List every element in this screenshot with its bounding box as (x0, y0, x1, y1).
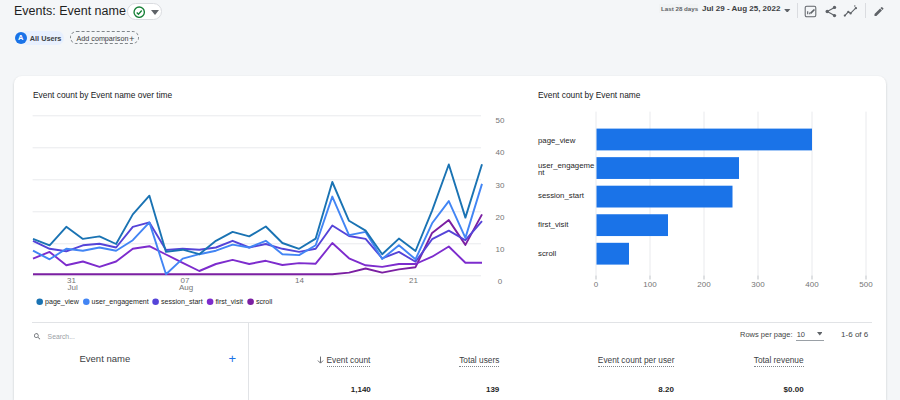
svg-text:first_visit: first_visit (215, 298, 243, 306)
svg-text:21: 21 (409, 276, 418, 285)
svg-text:nt: nt (538, 168, 545, 177)
svg-text:page_view: page_view (538, 136, 576, 145)
svg-text:user_engageme: user_engageme (538, 161, 594, 170)
svg-text:user_engagement: user_engagement (92, 298, 149, 306)
svg-text:10: 10 (496, 245, 505, 254)
svg-text:0: 0 (498, 277, 503, 286)
svg-text:0: 0 (594, 280, 599, 289)
svg-text:20: 20 (496, 213, 505, 222)
svg-text:scroll: scroll (256, 298, 273, 306)
svg-text:300: 300 (751, 280, 765, 289)
svg-text:Jul: Jul (67, 283, 77, 292)
svg-text:page_view: page_view (45, 298, 80, 306)
svg-text:session_start: session_start (161, 298, 203, 306)
svg-text:40: 40 (496, 148, 505, 157)
svg-text:50: 50 (496, 116, 505, 125)
svg-text:500: 500 (859, 280, 873, 289)
svg-text:session_start: session_start (538, 191, 585, 200)
svg-text:100: 100 (643, 280, 657, 289)
svg-text:200: 200 (697, 280, 711, 289)
svg-text:400: 400 (805, 280, 819, 289)
svg-text:30: 30 (496, 181, 505, 190)
svg-text:first_visit: first_visit (538, 220, 569, 229)
svg-text:14: 14 (295, 276, 304, 285)
svg-text:Aug: Aug (179, 283, 193, 292)
svg-text:scroll: scroll (538, 249, 556, 258)
